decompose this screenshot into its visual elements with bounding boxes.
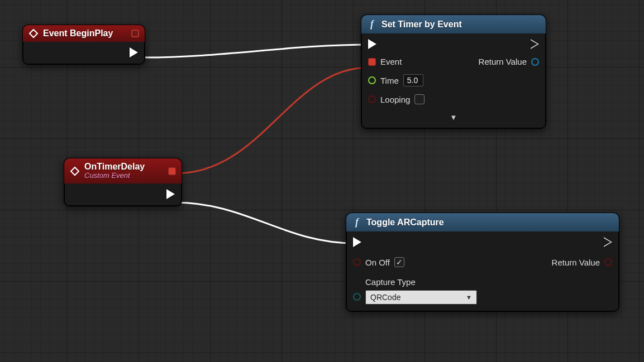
event-icon — [70, 166, 80, 176]
event-icon — [28, 28, 39, 38]
capturetype-dropdown[interactable]: QRCode ▼ — [365, 290, 477, 305]
looping-checkbox[interactable] — [414, 94, 424, 104]
exec-input-pin[interactable] — [368, 39, 376, 49]
dropdown-value: QRCode — [370, 293, 400, 302]
expand-arrow-icon[interactable]: ▼ — [368, 112, 539, 122]
node-body: On Off ✓ Return Value Capture Type QRCod… — [346, 231, 619, 311]
chevron-down-icon: ▼ — [466, 294, 472, 301]
exec-output-pin[interactable] — [531, 39, 539, 49]
checkmark-icon: ✓ — [396, 258, 403, 267]
looping-input-pin[interactable]: Looping — [368, 94, 424, 104]
bool-pin-icon — [368, 95, 376, 103]
node-subtitle: Custom Event — [84, 172, 145, 180]
node-title: Set Timer by Event — [381, 20, 462, 30]
bool-pin-icon — [604, 258, 612, 266]
node-body — [23, 42, 145, 64]
time-input-pin[interactable]: Time 5.0 — [368, 74, 423, 86]
pin-label: On Off — [365, 258, 390, 267]
node-toggle-arcapture[interactable]: f Toggle ARCapture On Off ✓ Return Value… — [346, 213, 619, 312]
onoff-checkbox[interactable]: ✓ — [394, 257, 404, 267]
pin-label: Looping — [380, 95, 410, 104]
onoff-input-pin[interactable]: On Off ✓ — [353, 257, 404, 267]
delegate-pin-icon — [368, 58, 376, 66]
pin-label: Time — [380, 76, 399, 85]
node-title: OnTimerDelay — [84, 162, 145, 172]
exec-output-pin[interactable] — [166, 189, 175, 199]
bool-pin-icon — [353, 258, 361, 266]
pin-label: Event — [380, 57, 402, 66]
node-header: f Set Timer by Event — [361, 15, 546, 33]
capturetype-input-pin[interactable]: Capture Type QRCode ▼ — [353, 277, 477, 305]
return-value-output-pin[interactable]: Return Value — [552, 258, 612, 267]
enum-pin-icon — [353, 293, 361, 301]
float-pin-icon — [368, 76, 376, 84]
pin-label: Return Value — [552, 258, 600, 267]
exec-input-pin[interactable] — [353, 237, 361, 247]
exec-output-pin[interactable] — [604, 237, 612, 247]
node-title: Toggle ARCapture — [366, 218, 444, 228]
node-body: Event Return Value Time 5.0 Looping ▼ — [361, 33, 546, 128]
node-set-timer-by-event[interactable]: f Set Timer by Event Event Return Value … — [361, 15, 546, 129]
struct-pin-icon — [531, 58, 539, 66]
node-header: f Toggle ARCapture — [346, 213, 619, 231]
return-value-output-pin[interactable]: Return Value — [479, 57, 539, 66]
time-value-input[interactable]: 5.0 — [403, 74, 423, 86]
node-ontimerdelay[interactable]: OnTimerDelay Custom Event — [64, 158, 182, 206]
pin-label: Return Value — [479, 57, 527, 66]
node-body — [64, 184, 182, 206]
node-event-beginplay[interactable]: Event BeginPlay — [22, 25, 145, 65]
function-icon: f — [367, 18, 377, 30]
node-header: OnTimerDelay Custom Event — [64, 158, 182, 184]
node-title: Event BeginPlay — [43, 28, 113, 38]
exec-output-pin[interactable] — [130, 47, 138, 57]
delegate-output-pin[interactable] — [131, 30, 139, 37]
node-header: Event BeginPlay — [23, 25, 145, 42]
delegate-output-pin[interactable] — [168, 167, 176, 175]
pin-label: Capture Type — [365, 277, 477, 287]
event-input-pin[interactable]: Event — [368, 57, 402, 66]
function-icon: f — [352, 216, 362, 228]
